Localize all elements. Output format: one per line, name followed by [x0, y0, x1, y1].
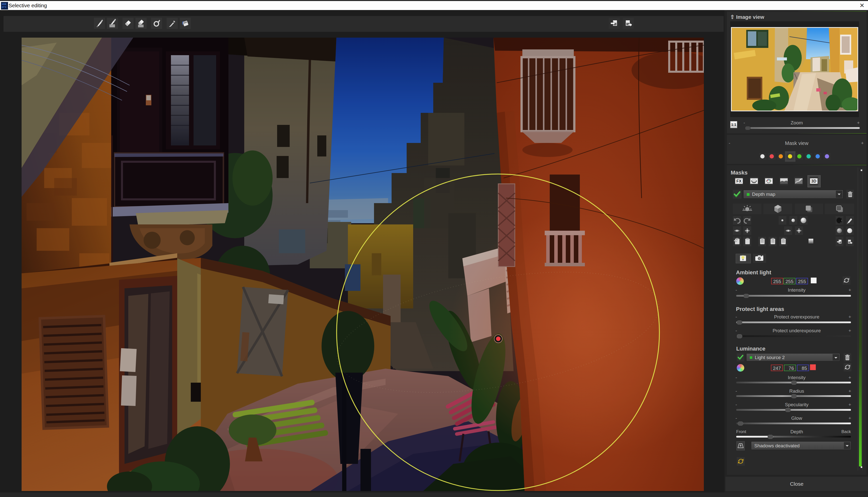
svg-text:3D: 3D	[811, 179, 816, 183]
svg-text:FX: FX	[736, 179, 742, 183]
